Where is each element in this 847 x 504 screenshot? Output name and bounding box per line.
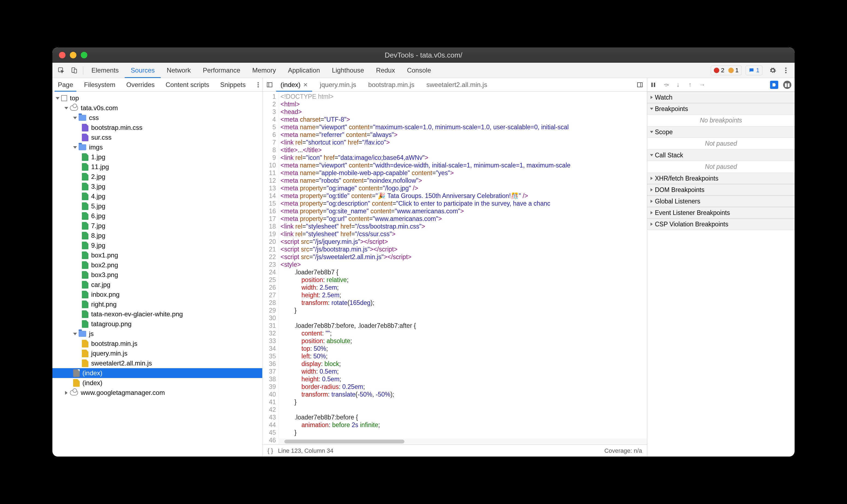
tab-network[interactable]: Network — [161, 63, 197, 78]
tab-application[interactable]: Application — [282, 63, 326, 78]
tree-domain-gtm[interactable]: www.googletagmanager.com — [52, 388, 262, 398]
tab-sources[interactable]: Sources — [125, 63, 161, 78]
tree-file[interactable]: sweetalert2.all.min.js — [52, 358, 262, 368]
section-watch[interactable]: Watch — [647, 92, 795, 103]
editor-tab-label: jquery.min.js — [320, 81, 356, 89]
message-count: 1 — [756, 67, 759, 74]
body: PageFilesystemOverridesContent scriptsSn… — [52, 78, 795, 456]
tab-performance[interactable]: Performance — [197, 63, 246, 78]
section-global[interactable]: Global Listeners — [647, 196, 795, 207]
tree-file[interactable]: sur.css — [52, 132, 262, 142]
tree-file[interactable]: right.png — [52, 300, 262, 309]
section-csp[interactable]: CSP Violation Breakpoints — [647, 218, 795, 230]
svg-rect-9 — [267, 83, 272, 87]
scope-body: Not paused — [647, 138, 795, 149]
navigator-tabs: PageFilesystemOverridesContent scriptsSn… — [52, 78, 262, 92]
code-editor[interactable]: 1234567891011121314151617181920212223242… — [263, 92, 647, 445]
inspect-icon[interactable] — [56, 66, 66, 75]
tree-file[interactable]: 11.jpg — [52, 162, 262, 172]
section-event[interactable]: Event Listener Breakpoints — [647, 207, 795, 218]
step-over-icon[interactable]: ⤼ — [663, 81, 670, 88]
svg-point-6 — [258, 82, 259, 84]
tab-lighthouse[interactable]: Lighthouse — [326, 63, 370, 78]
tree-file[interactable]: 7.jpg — [52, 221, 262, 231]
tree-file[interactable]: tata-nexon-ev-glacier-white.png — [52, 309, 262, 319]
svg-rect-11 — [637, 83, 642, 87]
section-xhr[interactable]: XHR/fetch Breakpoints — [647, 173, 795, 184]
message-badge[interactable]: 1 — [745, 66, 762, 75]
tree-domain[interactable]: tata.v0s.com — [52, 103, 262, 113]
step-into-icon[interactable]: ↓ — [674, 81, 682, 88]
tab-memory[interactable]: Memory — [246, 63, 282, 78]
tree-folder-css[interactable]: css — [52, 113, 262, 123]
warning-icon — [728, 68, 734, 73]
step-icon[interactable]: → — [699, 81, 706, 88]
deactivate-breakpoints-icon[interactable] — [770, 81, 778, 89]
issues-badge[interactable]: 2 1 — [711, 66, 742, 75]
tree-file[interactable]: 4.jpg — [52, 192, 262, 201]
tree-file[interactable]: box3.png — [52, 270, 262, 280]
navtab-page[interactable]: Page — [52, 78, 78, 91]
tab-console[interactable]: Console — [401, 63, 437, 78]
navigator-more-icon[interactable] — [257, 82, 259, 88]
tree-file[interactable]: jquery.min.js — [52, 348, 262, 358]
section-dom[interactable]: DOM Breakpoints — [647, 184, 795, 196]
tree-file-index2[interactable]: (index) — [52, 378, 262, 388]
svg-point-5 — [785, 72, 787, 73]
tree-file[interactable]: 6.jpg — [52, 211, 262, 221]
tree-file[interactable]: inbox.png — [52, 290, 262, 300]
navtab-content-scripts[interactable]: Content scripts — [160, 78, 215, 91]
device-toggle-icon[interactable] — [69, 66, 79, 75]
toggle-navigator-icon[interactable] — [265, 80, 275, 90]
more-icon[interactable] — [781, 66, 791, 75]
tree-top[interactable]: top — [52, 93, 262, 103]
section-scope[interactable]: Scope — [647, 126, 795, 138]
tree-file[interactable]: tatagroup.png — [52, 319, 262, 329]
tree-folder-js[interactable]: js — [52, 329, 262, 339]
tree-file[interactable]: 9.jpg — [52, 240, 262, 250]
pause-on-exceptions-icon[interactable]: ▮▮ — [783, 81, 791, 89]
pause-icon[interactable] — [651, 82, 658, 88]
settings-icon[interactable] — [768, 66, 778, 75]
navtab-overrides[interactable]: Overrides — [121, 78, 160, 91]
svg-point-4 — [785, 70, 787, 71]
tab-elements[interactable]: Elements — [85, 63, 125, 78]
tree-file[interactable]: bootstrap.min.css — [52, 123, 262, 132]
navtab-filesystem[interactable]: Filesystem — [78, 78, 121, 91]
tree-file[interactable]: 2.jpg — [52, 172, 262, 182]
tree-file[interactable]: 3.jpg — [52, 182, 262, 192]
section-callstack[interactable]: Call Stack — [647, 149, 795, 161]
tree-file-index[interactable]: (index) — [52, 368, 262, 378]
editor-tab[interactable]: bootstrap.min.js — [362, 78, 420, 91]
code-content[interactable]: <!DOCTYPE html><html><head><meta charset… — [279, 92, 647, 445]
editor-tab[interactable]: jquery.min.js — [314, 78, 362, 91]
editor-tabbar: (index)✕jquery.min.jsbootstrap.min.jsswe… — [263, 78, 647, 92]
tree-file[interactable]: box1.png — [52, 250, 262, 260]
svg-point-3 — [785, 67, 787, 69]
section-breakpoints[interactable]: Breakpoints — [647, 103, 795, 114]
line-gutter: 1234567891011121314151617181920212223242… — [263, 92, 279, 445]
scrollbar-thumb[interactable] — [284, 439, 404, 444]
close-tab-icon[interactable]: ✕ — [303, 82, 308, 88]
tree-file[interactable]: bootstrap.min.js — [52, 339, 262, 348]
tree-file[interactable]: 8.jpg — [52, 231, 262, 240]
debugger-pane: ⤼ ↓ ↑ → ▮▮ Watch Breakpoints No breakpoi… — [647, 78, 795, 456]
navtab-snippets[interactable]: Snippets — [215, 78, 251, 91]
status-bar: { } Line 123, Column 34 Coverage: n/a — [263, 445, 647, 456]
horizontal-scrollbar[interactable] — [279, 438, 647, 445]
toggle-debugger-icon[interactable] — [635, 80, 645, 90]
step-out-icon[interactable]: ↑ — [687, 81, 694, 88]
tree-file[interactable]: car.jpg — [52, 280, 262, 290]
tree-file[interactable]: 5.jpg — [52, 201, 262, 211]
editor-tab[interactable]: sweetalert2.all.min.js — [421, 78, 493, 91]
svg-rect-14 — [654, 83, 655, 87]
tree-file[interactable]: 1.jpg — [52, 152, 262, 162]
tree-folder-imgs[interactable]: imgs — [52, 142, 262, 152]
window-title: DevTools - tata.v0s.com/ — [52, 51, 795, 59]
tab-redux[interactable]: Redux — [370, 63, 401, 78]
tree-file[interactable]: box2.png — [52, 260, 262, 270]
editor-tab-label: sweetalert2.all.min.js — [426, 81, 487, 89]
braces-icon[interactable]: { } — [267, 447, 273, 454]
file-tree[interactable]: toptata.v0s.comcssbootstrap.min.csssur.c… — [52, 92, 262, 456]
editor-tab[interactable]: (index)✕ — [275, 78, 314, 91]
